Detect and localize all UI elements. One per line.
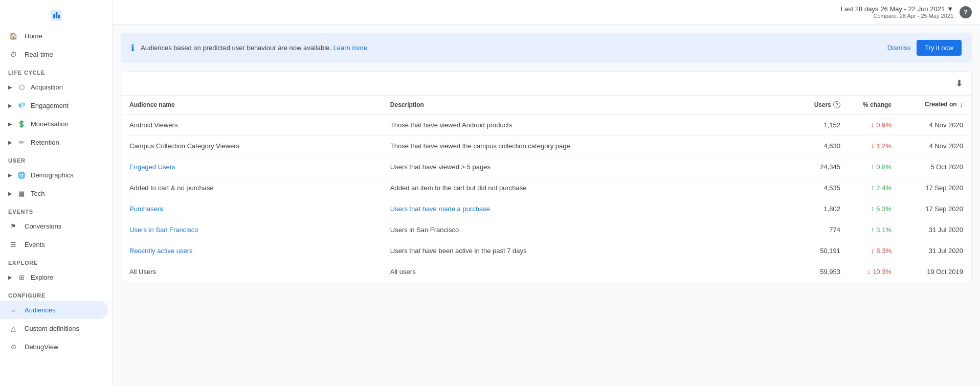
sidebar-item-debugview-label: DebugView xyxy=(25,343,58,351)
cell-description: Users that have been active in the past … xyxy=(382,240,787,261)
table-row: Campus Collection Category Viewers Those… xyxy=(121,135,971,156)
change-arrow-icon: ↑ xyxy=(871,184,874,192)
sidebar-item-debugview[interactable]: ⊙ DebugView xyxy=(0,337,108,356)
cell-users: 24,345 xyxy=(787,156,849,177)
cell-users: 774 xyxy=(787,219,849,240)
compare-date: Compare: 28 Apr - 25 May 2021 xyxy=(841,13,953,19)
cell-pct-change: ↓ 1.2% xyxy=(849,135,900,156)
cell-pct-change: ↓ 10.3% xyxy=(849,261,900,282)
users-info-icon[interactable]: ? xyxy=(833,101,840,108)
col-header-audience-name[interactable]: Audience name xyxy=(121,96,382,115)
cell-audience-name: Android Viewers xyxy=(121,115,382,135)
col-header-created-on[interactable]: Created on ↓ xyxy=(900,96,971,115)
retention-icon: ✏ xyxy=(16,137,27,147)
custom-definitions-icon: △ xyxy=(8,323,18,333)
sidebar-item-realtime[interactable]: ⏱ Real-time xyxy=(0,45,108,63)
change-value: 0.9% xyxy=(876,121,892,129)
sidebar-item-explore-label: Explore xyxy=(31,274,53,281)
cell-description[interactable]: Users that have made a purchase xyxy=(382,198,787,219)
cell-users: 1,802 xyxy=(787,198,849,219)
sidebar-item-demographics[interactable]: ▶ 🌐 Demographics xyxy=(0,166,108,184)
date-range-picker[interactable]: Last 28 days 26 May - 22 Jun 2021 ▼ Comp… xyxy=(841,5,953,19)
try-it-now-button[interactable]: Try it now xyxy=(917,40,962,56)
sidebar-item-tech[interactable]: ▶ ▦ Tech xyxy=(0,184,108,202)
cell-created-on: 19 Oct 2019 xyxy=(900,261,971,282)
banner-text: Audiences based on predicted user behavi… xyxy=(141,44,881,52)
sort-desc-icon: ↓ xyxy=(960,101,963,109)
explore-icon: ⊞ xyxy=(16,272,27,282)
sidebar-item-audiences[interactable]: ≡ Audiences xyxy=(0,301,108,319)
cell-audience-name: Added to cart & no purchase xyxy=(121,177,382,198)
debugview-icon: ⊙ xyxy=(8,342,18,352)
change-value: 5.3% xyxy=(876,205,892,213)
sidebar-item-monetisation[interactable]: ▶ 💲 Monetisation xyxy=(0,115,108,133)
cell-created-on: 17 Sep 2020 xyxy=(900,198,971,219)
cell-pct-change: ↓ 8.3% xyxy=(849,240,900,261)
cell-description: All users xyxy=(382,261,787,282)
audiences-icon: ≡ xyxy=(8,305,18,315)
sidebar-item-acquisition[interactable]: ▶ ⬡ Acquisition xyxy=(0,78,108,96)
cell-audience-name: Campus Collection Category Viewers xyxy=(121,135,382,156)
sidebar-item-engagement[interactable]: ▶ 💎 Engagement xyxy=(0,96,108,115)
cell-description: Added an item to the cart but did not pu… xyxy=(382,177,787,198)
sidebar: 🏠 Home ⏱ Real-time LIFE CYCLE ▶ ⬡ Acquis… xyxy=(0,0,113,386)
col-header-description[interactable]: Description xyxy=(382,96,787,115)
cell-description: Users that have viewed > 5 pages xyxy=(382,156,787,177)
monetisation-icon: 💲 xyxy=(16,119,27,129)
cell-pct-change: ↑ 2.4% xyxy=(849,177,900,198)
audiences-table-card: ⬇ Audience name Description Users ? % ch… xyxy=(121,71,972,282)
change-value: 2.4% xyxy=(876,184,892,192)
sidebar-item-realtime-label: Real-time xyxy=(25,51,53,58)
change-arrow-icon: ↑ xyxy=(871,163,874,171)
cell-created-on: 4 Nov 2020 xyxy=(900,135,971,156)
sidebar-item-retention[interactable]: ▶ ✏ Retention xyxy=(0,133,108,151)
cell-users: 4,630 xyxy=(787,135,849,156)
main-content: Last 28 days 26 May - 22 Jun 2021 ▼ Comp… xyxy=(113,0,980,386)
sidebar-item-custom-definitions[interactable]: △ Custom definitions xyxy=(0,319,108,337)
sidebar-item-events[interactable]: ☰ Events xyxy=(0,235,108,254)
acquisition-icon: ⬡ xyxy=(16,82,27,92)
col-header-pct-change[interactable]: % change xyxy=(849,96,900,115)
section-label-explore: EXPLORE xyxy=(0,254,112,268)
section-label-lifecycle: LIFE CYCLE xyxy=(0,63,112,78)
sidebar-item-monetisation-label: Monetisation xyxy=(31,120,69,128)
sidebar-item-home-label: Home xyxy=(25,32,42,40)
cell-created-on: 31 Jul 2020 xyxy=(900,219,971,240)
events-icon: ☰ xyxy=(8,239,18,249)
sidebar-item-explore[interactable]: ▶ ⊞ Explore xyxy=(0,268,108,286)
table-row: All Users All users 59,953 ↓ 10.3% 19 Oc… xyxy=(121,261,971,282)
cell-audience-name: All Users xyxy=(121,261,382,282)
sidebar-item-home[interactable]: 🏠 Home xyxy=(0,27,108,45)
change-value: 1.2% xyxy=(876,142,892,150)
chevron-icon: ▶ xyxy=(8,275,12,280)
table-row: Added to cart & no purchase Added an ite… xyxy=(121,177,971,198)
info-icon: ℹ xyxy=(131,42,135,54)
cell-description: Those that have viewed Android products xyxy=(382,115,787,135)
help-icon[interactable]: ? xyxy=(960,6,972,18)
section-label-user: USER xyxy=(0,151,112,166)
sidebar-item-conversions-label: Conversions xyxy=(25,222,61,230)
chevron-icon: ▶ xyxy=(8,84,12,90)
demographics-icon: 🌐 xyxy=(16,170,27,180)
cell-audience-name[interactable]: Engaged Users xyxy=(121,156,382,177)
conversions-icon: ⚑ xyxy=(8,221,18,231)
cell-audience-name[interactable]: Recently active users xyxy=(121,240,382,261)
date-range-value: 26 May - 22 Jun 2021 xyxy=(880,5,945,13)
sidebar-item-demographics-label: Demographics xyxy=(31,171,74,179)
sidebar-item-acquisition-label: Acquisition xyxy=(31,83,63,91)
learn-more-link[interactable]: Learn more xyxy=(333,44,367,52)
download-icon[interactable]: ⬇ xyxy=(955,78,963,89)
sidebar-item-conversions[interactable]: ⚑ Conversions xyxy=(0,217,108,235)
col-header-users[interactable]: Users ? xyxy=(787,96,849,115)
cell-created-on: 4 Nov 2020 xyxy=(900,115,971,135)
sidebar-item-custom-definitions-label: Custom definitions xyxy=(25,325,79,332)
cell-audience-name[interactable]: Users in San Francisco xyxy=(121,219,382,240)
table-row: Recently active users Users that have be… xyxy=(121,240,971,261)
cell-audience-name[interactable]: Purchasers xyxy=(121,198,382,219)
cell-users: 59,953 xyxy=(787,261,849,282)
table-row: Engaged Users Users that have viewed > 5… xyxy=(121,156,971,177)
change-arrow-icon: ↑ xyxy=(871,205,874,213)
cell-pct-change: ↑ 3.1% xyxy=(849,219,900,240)
cell-users: 1,152 xyxy=(787,115,849,135)
dismiss-button[interactable]: Dismiss xyxy=(887,44,911,52)
